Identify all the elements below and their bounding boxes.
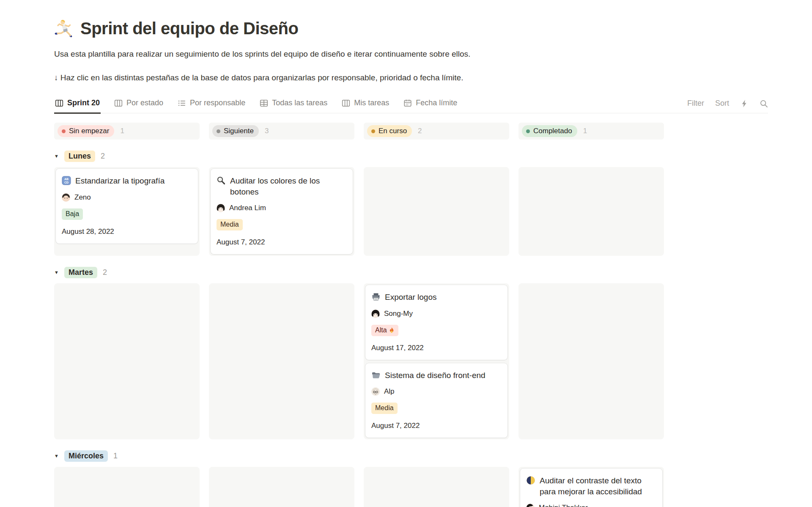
status-pill-siguiente[interactable]: Siguiente <box>212 125 259 137</box>
group-count: 2 <box>103 268 107 277</box>
assignee-name: Song-My <box>384 310 413 318</box>
status-dot <box>526 129 530 133</box>
status-count: 1 <box>120 127 124 135</box>
page-content: Sprint del equipo de Diseño Usa esta pla… <box>0 19 812 507</box>
page-hint: ↓ Haz clic en las distintas pestañas de … <box>54 72 768 84</box>
status-column-header: En curso2 <box>364 123 509 140</box>
svg-text:AB: AB <box>64 178 69 181</box>
task-card[interactable]: Exportar logosSong-MyAltaAugust 17, 2022 <box>365 285 508 359</box>
list-icon <box>178 99 186 107</box>
priority-label: Media <box>375 404 394 413</box>
group-header-miércoles: ▼Miércoles1 <box>54 450 664 462</box>
group-collapse-toggle[interactable]: ▼ <box>54 154 59 159</box>
group-header-martes: ▼Martes2 <box>54 267 664 278</box>
card-title-row: Auditar los colores de los botones <box>217 175 347 197</box>
status-dot <box>371 129 375 133</box>
board-icon <box>342 99 350 107</box>
lightning-icon[interactable] <box>740 99 749 108</box>
tab-label: Por responsable <box>190 99 245 107</box>
assignee-row: Mohini Thakkar <box>526 504 656 507</box>
database-toolbar: Filter Sort <box>687 99 768 113</box>
table-icon <box>260 99 268 107</box>
assignee-row: Song-My <box>371 310 502 318</box>
group-collapse-toggle[interactable]: ▼ <box>54 270 59 275</box>
board-cell <box>209 283 354 439</box>
printer-icon <box>371 292 381 301</box>
group-count: 1 <box>113 452 118 460</box>
task-card[interactable]: ABCDEstandarizar la tipografíaZenoBajaAu… <box>56 169 198 243</box>
due-date: August 7, 2022 <box>371 422 502 430</box>
board-cell: Auditar el contraste del texto para mejo… <box>518 467 664 507</box>
assignee-row: Andrea Lim <box>217 204 347 212</box>
due-date: August 7, 2022 <box>217 238 347 247</box>
assignee-row: Zeno <box>62 193 192 202</box>
group-pill[interactable]: Miércoles <box>64 450 108 462</box>
group-pill[interactable]: Lunes <box>64 151 95 162</box>
andrea-lim-avatar <box>217 204 225 212</box>
abcd-icon: ABCD <box>62 176 71 185</box>
runner-icon <box>54 19 74 38</box>
group-pill[interactable]: Martes <box>64 267 97 278</box>
tab-label: Mis tareas <box>354 99 389 107</box>
card-title-row: Auditar el contraste del texto para mejo… <box>526 475 656 497</box>
magnifier-icon <box>217 176 226 185</box>
status-pill-en-curso[interactable]: En curso <box>367 125 412 137</box>
kanban-board: Sin empezar1Siguiente3En curso2Completad… <box>54 123 664 507</box>
assignee-name: Mohini Thakkar <box>539 504 588 507</box>
tab-fecha-límite[interactable]: Fecha límite <box>403 96 458 114</box>
card-title: Exportar logos <box>385 292 437 303</box>
status-pill-completado[interactable]: Completado <box>522 125 577 137</box>
mohini-thakkar-avatar <box>526 504 535 507</box>
tab-por-estado[interactable]: Por estado <box>113 96 164 114</box>
group-header-lunes: ▼Lunes2 <box>54 151 664 162</box>
status-label: Siguiente <box>224 127 254 135</box>
tab-label: Por estado <box>126 99 163 107</box>
sort-button[interactable]: Sort <box>715 99 729 108</box>
status-dot <box>217 129 220 133</box>
assignee-name: Andrea Lim <box>229 204 266 212</box>
tab-todas-las-tareas[interactable]: Todas las tareas <box>259 96 328 114</box>
tab-mis-tareas[interactable]: Mis tareas <box>341 96 390 114</box>
group-collapse-toggle[interactable]: ▼ <box>54 454 59 458</box>
task-card[interactable]: Sistema de diseño front-endAlpMediaAugus… <box>365 363 508 438</box>
priority-tag: Media <box>371 403 398 414</box>
status-label: Completado <box>533 127 572 135</box>
search-icon[interactable] <box>760 99 768 108</box>
tab-label: Sprint 20 <box>67 99 100 107</box>
task-card[interactable]: Auditar el contraste del texto para mejo… <box>520 469 662 507</box>
board-cell <box>364 167 509 256</box>
song-my-avatar <box>371 310 380 318</box>
priority-label: Alta <box>375 326 387 335</box>
tab-por-responsable[interactable]: Por responsable <box>177 96 246 114</box>
status-pill-sin-empezar[interactable]: Sin empezar <box>58 125 114 137</box>
task-card[interactable]: Auditar los colores de los botonesAndrea… <box>211 169 353 254</box>
priority-label: Media <box>220 220 239 229</box>
board-cell: Exportar logosSong-MyAltaAugust 17, 2022… <box>364 283 509 439</box>
due-date: August 28, 2022 <box>62 227 192 236</box>
card-title-row: ABCDEstandarizar la tipografía <box>62 175 192 186</box>
priority-tag: Media <box>217 219 243 230</box>
board-cell: ABCDEstandarizar la tipografíaZenoBajaAu… <box>54 167 200 256</box>
page-title-text: Sprint del equipo de Diseño <box>80 19 298 38</box>
zeno-avatar <box>62 193 70 202</box>
card-title: Auditar los colores de los botones <box>230 175 347 197</box>
tab-sprint-20[interactable]: Sprint 20 <box>54 96 101 114</box>
status-column-header: Completado1 <box>518 123 664 140</box>
filter-button[interactable]: Filter <box>687 99 704 108</box>
card-title: Estandarizar la tipografía <box>75 175 165 186</box>
svg-text:CD: CD <box>64 181 69 184</box>
database-tabbar: Sprint 20Por estadoPor responsableTodas … <box>54 96 768 113</box>
card-title: Auditar el contraste del texto para mejo… <box>540 475 656 497</box>
board-icon <box>55 99 63 107</box>
card-title-row: Sistema de diseño front-end <box>371 370 502 381</box>
assignee-name: Zeno <box>74 193 91 202</box>
status-count: 3 <box>265 127 269 135</box>
board-icon <box>114 99 123 107</box>
board-cell <box>54 283 200 439</box>
tab-label: Todas las tareas <box>272 99 327 107</box>
status-column-header: Sin empezar1 <box>54 123 200 140</box>
tab-label: Fecha límite <box>416 99 457 107</box>
priority-label: Baja <box>66 210 79 219</box>
assignee-row: Alp <box>371 387 502 396</box>
board-cell <box>209 467 354 507</box>
